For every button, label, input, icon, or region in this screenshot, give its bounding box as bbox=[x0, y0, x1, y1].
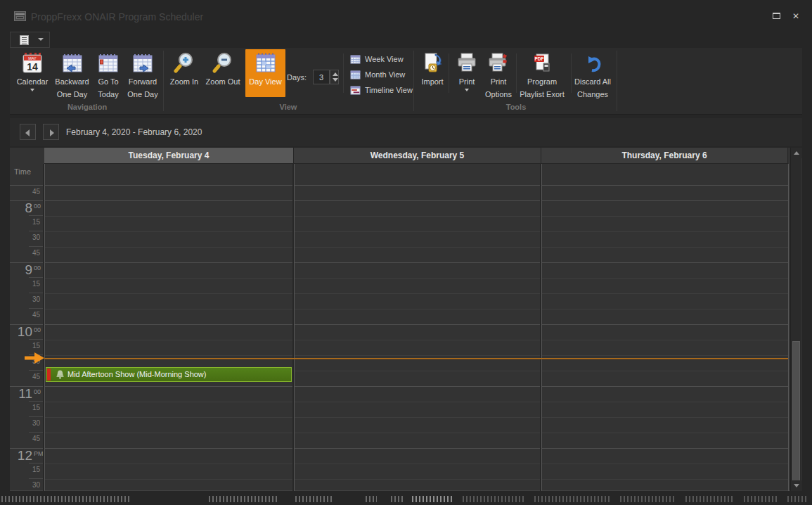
time-slot-cell[interactable] bbox=[45, 164, 294, 185]
time-slot-cell[interactable] bbox=[542, 417, 788, 433]
time-slot-cell[interactable] bbox=[542, 309, 788, 324]
go-to-today-button[interactable]: Go To Today bbox=[92, 49, 124, 97]
time-slot-cell[interactable] bbox=[295, 231, 541, 247]
next-range-button[interactable] bbox=[43, 124, 59, 140]
print-options-button[interactable]: Print Options bbox=[482, 49, 515, 97]
time-slot-cell[interactable] bbox=[295, 371, 541, 386]
time-slot-cell[interactable] bbox=[295, 433, 541, 448]
time-slot-cell[interactable] bbox=[542, 402, 788, 417]
time-row-label: 1000 bbox=[10, 324, 44, 340]
days-spinner[interactable] bbox=[330, 70, 339, 84]
close-button[interactable]: ✕ bbox=[788, 10, 804, 23]
time-slot-cell[interactable] bbox=[295, 417, 541, 433]
day-column-wednesday[interactable] bbox=[294, 164, 541, 491]
days-input[interactable] bbox=[313, 70, 330, 84]
scrollbar-thumb[interactable] bbox=[792, 341, 800, 483]
time-slot-cell[interactable] bbox=[542, 464, 788, 479]
time-row-label: Time bbox=[10, 164, 44, 185]
current-time-line bbox=[44, 358, 788, 359]
time-slot-cell[interactable] bbox=[45, 448, 294, 464]
time-slot-cell[interactable] bbox=[45, 464, 294, 479]
time-slot-cell[interactable] bbox=[45, 216, 294, 231]
time-slot-cell[interactable] bbox=[542, 278, 788, 293]
time-slot-cell[interactable] bbox=[45, 262, 294, 278]
time-slot-cell[interactable] bbox=[295, 247, 541, 262]
time-slot-cell[interactable] bbox=[45, 386, 294, 402]
time-slot-cell[interactable] bbox=[295, 309, 541, 324]
day-header-1[interactable]: Wednesday, February 5 bbox=[294, 148, 541, 164]
restore-button[interactable] bbox=[768, 10, 784, 23]
time-slot-cell[interactable] bbox=[45, 417, 294, 433]
time-slot-cell[interactable] bbox=[542, 340, 788, 355]
calendar-button[interactable]: MAY 14 Calendar bbox=[14, 49, 51, 97]
discard-all-changes-button[interactable]: Discard All Changes bbox=[570, 49, 615, 97]
scheduled-event[interactable]: Mid Aftertoon Show (Mid-Morning Show) bbox=[46, 367, 292, 382]
time-slot-cell[interactable] bbox=[45, 231, 294, 247]
time-row-label: 30 bbox=[10, 417, 44, 433]
zoom-out-button[interactable]: Zoom Out bbox=[205, 49, 241, 97]
time-slot-cell[interactable] bbox=[542, 479, 788, 491]
time-slot-cell[interactable] bbox=[542, 247, 788, 262]
print-options-icon bbox=[487, 51, 510, 74]
time-slot-cell[interactable] bbox=[295, 216, 541, 231]
time-slot-cell[interactable] bbox=[45, 293, 294, 309]
time-slot-cell[interactable] bbox=[542, 448, 788, 464]
forward-one-day-button[interactable]: Forward One Day bbox=[125, 49, 160, 97]
days-control: Days: bbox=[287, 70, 343, 85]
zoom-in-button[interactable]: Zoom In bbox=[166, 49, 202, 97]
time-slot-cell[interactable] bbox=[542, 164, 788, 185]
time-slot-cell[interactable] bbox=[295, 278, 541, 293]
program-playlist-export-button[interactable]: PDF Program Playlist Exort bbox=[518, 49, 566, 97]
vertical-scrollbar[interactable] bbox=[790, 148, 801, 491]
time-slot-cell[interactable] bbox=[542, 293, 788, 309]
time-slot-cell[interactable] bbox=[295, 464, 541, 479]
time-slot-cell[interactable] bbox=[295, 386, 541, 402]
time-slot-cell[interactable] bbox=[542, 386, 788, 402]
time-slot-cell[interactable] bbox=[295, 164, 541, 185]
timeline-view-button[interactable]: Timeline View bbox=[350, 84, 424, 98]
day-header-0[interactable]: Tuesday, February 4 bbox=[44, 148, 294, 164]
time-slot-cell[interactable] bbox=[295, 402, 541, 417]
day-column-tuesday[interactable] bbox=[44, 164, 294, 491]
print-button[interactable]: Print bbox=[453, 49, 480, 97]
import-button[interactable]: Import bbox=[417, 49, 448, 97]
time-slot-cell[interactable] bbox=[542, 433, 788, 448]
time-slot-cell[interactable] bbox=[45, 324, 294, 340]
week-view-button[interactable]: Week View bbox=[350, 53, 424, 67]
backward-one-day-button[interactable]: Backward One Day bbox=[53, 49, 91, 97]
time-slot-cell[interactable] bbox=[542, 262, 788, 278]
time-slot-cell[interactable] bbox=[295, 340, 541, 355]
time-slot-cell[interactable] bbox=[542, 200, 788, 216]
time-slot-cell[interactable] bbox=[295, 324, 541, 340]
scroll-up-button[interactable] bbox=[791, 148, 802, 158]
time-slot-cell[interactable] bbox=[45, 185, 294, 200]
scroll-down-icon bbox=[794, 484, 799, 487]
day-header-2[interactable]: Thursday, February 6 bbox=[541, 148, 788, 164]
time-slot-cell[interactable] bbox=[542, 371, 788, 386]
time-slot-cell[interactable] bbox=[45, 278, 294, 293]
time-slot-cell[interactable] bbox=[295, 479, 541, 491]
time-slot-cell[interactable] bbox=[295, 293, 541, 309]
scroll-down-button[interactable] bbox=[791, 480, 802, 491]
time-slot-cell[interactable] bbox=[542, 324, 788, 340]
time-slot-cell[interactable] bbox=[542, 185, 788, 200]
time-slot-cell[interactable] bbox=[542, 231, 788, 247]
previous-range-button[interactable] bbox=[20, 124, 36, 140]
time-slot-cell[interactable] bbox=[45, 433, 294, 448]
ribbon-separator bbox=[343, 53, 344, 93]
time-slot-cell[interactable] bbox=[45, 309, 294, 324]
time-slot-cell[interactable] bbox=[45, 200, 294, 216]
time-slot-cell[interactable] bbox=[542, 216, 788, 231]
time-slot-cell[interactable] bbox=[45, 340, 294, 355]
time-slot-cell[interactable] bbox=[45, 479, 294, 491]
day-view-button[interactable]: Day View bbox=[245, 49, 285, 97]
time-slot-cell[interactable] bbox=[295, 262, 541, 278]
time-slot-cell[interactable] bbox=[295, 185, 541, 200]
time-slot-cell[interactable] bbox=[295, 200, 541, 216]
quick-access-toolbar[interactable] bbox=[10, 32, 50, 48]
day-column-thursday[interactable] bbox=[541, 164, 788, 491]
time-slot-cell[interactable] bbox=[45, 402, 294, 417]
time-slot-cell[interactable] bbox=[295, 448, 541, 464]
month-view-button[interactable]: Month View bbox=[350, 68, 424, 82]
time-slot-cell[interactable] bbox=[45, 247, 294, 262]
